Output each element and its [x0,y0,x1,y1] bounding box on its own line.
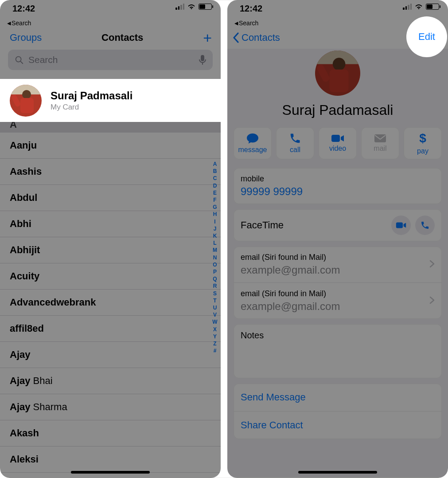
email-label: email (Siri found in Mail) [241,253,435,262]
nav-bar: Groups Contacts + [0,27,221,49]
my-card-name: Suraj Padmasali [51,90,132,102]
status-time: 12:42 [240,4,262,14]
mail-button: mail [361,127,399,159]
my-card-subtitle: My Card [51,103,132,112]
home-indicator[interactable] [71,471,150,474]
list-item[interactable]: Aashis [0,159,221,185]
my-card-row[interactable]: Suraj Padmasali My Card [0,79,221,122]
contact-name: Suraj Padamasali [282,102,393,118]
svg-rect-16 [396,223,403,228]
avatar[interactable] [315,51,360,96]
mic-icon[interactable] [199,55,206,65]
list-item[interactable]: Acuity [0,263,221,290]
email-value: example@gmail.com [241,264,435,276]
list-item[interactable]: Aleksi [0,447,221,473]
chevron-right-icon [429,260,435,270]
list-item[interactable]: Ajay Sharma [0,394,221,420]
contacts-list[interactable]: Aanju Aashis Abdul Abhi Abhijit Acuity A… [0,133,221,473]
cell-signal-icon [175,4,184,10]
share-contact-button[interactable]: Share Contact [234,411,442,439]
send-message-button[interactable]: Send Message [234,384,442,411]
svg-point-6 [22,90,31,99]
video-icon [331,134,344,143]
phone-card[interactable]: mobile 99999 99999 [234,168,442,204]
notes-label[interactable]: Notes [234,324,442,378]
facetime-audio-button[interactable] [415,215,435,235]
svg-rect-2 [201,55,204,61]
list-item[interactable]: Abdul [0,185,221,211]
status-bar: 12:42 [227,0,448,20]
wifi-icon [187,4,196,10]
svg-rect-14 [331,135,340,142]
svg-rect-12 [330,70,349,92]
svg-rect-15 [374,134,386,142]
list-item[interactable]: Akash [0,420,221,447]
breadcrumb-back-search[interactable]: ◀Search [0,20,221,27]
mail-icon [374,134,386,143]
list-item[interactable]: Ajay [0,342,221,368]
message-button[interactable]: message [234,127,272,159]
edit-button[interactable]: Edit [406,16,447,57]
wifi-icon [414,4,423,10]
call-button[interactable]: call [276,127,314,159]
list-item[interactable]: Advancedwebrank [0,290,221,316]
alpha-index[interactable]: ABCDEFGHIJKLMNOPQRSTUVWXYZ# [211,161,219,354]
phone-icon [421,221,429,230]
facetime-label: FaceTime [241,219,284,231]
profile-header: Suraj Padamasali [227,49,448,123]
links-card: Send Message Share Contact [234,384,442,439]
pay-button[interactable]: $ pay [404,127,442,159]
svg-line-1 [20,61,23,63]
list-item[interactable]: Abhi [0,211,221,237]
add-contact-button[interactable]: + [203,29,212,47]
search-icon [14,55,24,65]
chevron-right-icon [429,296,435,306]
mobile-value[interactable]: 99999 99999 [241,185,435,198]
mobile-label: mobile [241,174,435,184]
status-time: 12:42 [12,4,35,14]
cell-signal-icon [403,4,412,10]
message-icon [246,133,259,144]
notes-card[interactable]: Notes [234,324,442,378]
page-title: Contacts [101,32,143,43]
status-bar: 12:42 [0,0,221,20]
groups-button[interactable]: Groups [10,32,42,43]
list-item[interactable]: Ajay Bhai [0,368,221,394]
back-button[interactable]: Contacts [233,32,280,43]
battery-icon [199,4,212,10]
svg-rect-7 [20,98,34,113]
avatar [10,85,42,117]
list-item[interactable]: Abhijit [0,237,221,263]
phone-icon [289,133,301,144]
email-row[interactable]: email (Siri found in Mail) example@gmail… [234,282,442,319]
email-row[interactable]: email (Siri found in Mail) example@gmail… [234,247,442,282]
dollar-icon: $ [419,131,426,145]
facetime-video-button[interactable] [391,215,411,235]
email-label: email (Siri found in Mail) [241,289,435,298]
battery-icon [426,4,439,10]
action-row: message call video mail $ pay [227,123,448,165]
home-indicator[interactable] [298,471,377,474]
video-button[interactable]: video [319,127,357,159]
chevron-left-icon [233,32,240,43]
email-value: example@gmail.com [241,300,435,313]
search-placeholder: Search [28,55,58,65]
facetime-card: FaceTime [234,209,442,241]
list-item[interactable]: Aanju [0,133,221,159]
search-input[interactable]: Search [8,50,213,70]
email-card: email (Siri found in Mail) example@gmail… [234,247,442,319]
video-icon [396,222,406,229]
list-item[interactable]: affil8ed [0,316,221,342]
svg-point-11 [333,58,346,71]
